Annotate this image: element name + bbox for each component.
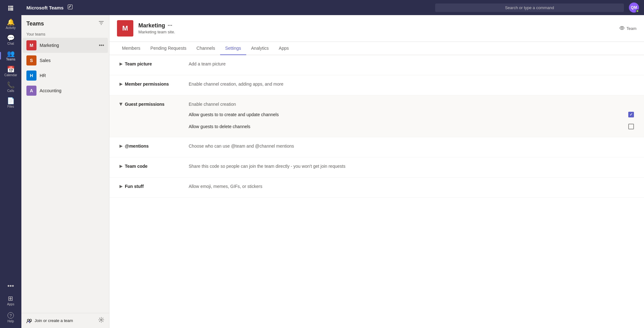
team-more-marketing[interactable]: ••• — [99, 42, 104, 48]
team-item-accounting[interactable]: A Accounting ••• — [23, 83, 108, 98]
setting-desc-team-code: Share this code so people can join the t… — [189, 164, 634, 169]
apps-icon: ⊞ — [8, 295, 13, 302]
chat-icon: 💬 — [7, 35, 15, 41]
filter-icon[interactable] — [98, 20, 104, 27]
team-ellipsis-button[interactable]: ··· — [168, 22, 172, 29]
setting-row-team-code: ▶ Team code Share this code so people ca… — [109, 157, 644, 178]
section-label: Your teams — [21, 30, 109, 38]
sidebar-item-activity[interactable]: 🔔 Activity — [0, 16, 21, 32]
files-icon: 📄 — [7, 98, 15, 104]
app-header: Microsoft Teams QM — [21, 0, 644, 15]
sidebar-item-chat[interactable]: 💬 Chat — [0, 32, 21, 48]
checkbox-label-create-update: Allow guests to to create and update cha… — [189, 112, 279, 117]
join-create-team-button[interactable]: Join or create a team — [26, 318, 73, 324]
calls-label: Calls — [7, 89, 14, 93]
tab-settings[interactable]: Settings — [220, 42, 246, 55]
compose-icon[interactable] — [67, 4, 73, 11]
setting-section-team-code: ▶ Team code — [119, 164, 189, 169]
checkbox-row-delete: Allow guests to delete channels — [189, 122, 634, 131]
team-avatar-marketing: M — [26, 40, 36, 50]
svg-rect-6 — [8, 9, 10, 11]
sidebar-item-calls[interactable]: 📞 Calls — [0, 79, 21, 95]
team-item-sales[interactable]: S Sales ••• — [23, 53, 108, 68]
setting-row-member-permissions: ▶ Member permissions Enable channel crea… — [109, 75, 644, 95]
chat-label: Chat — [7, 42, 14, 45]
tab-pending[interactable]: Pending Requests — [145, 42, 191, 55]
setting-desc-guest-permissions: Enable channel creation — [189, 102, 634, 107]
setting-label-team-code: Team code — [125, 164, 147, 169]
svg-rect-5 — [12, 8, 13, 9]
svg-point-12 — [101, 319, 102, 321]
team-avatar-sales: S — [26, 55, 36, 65]
team-avatar-accounting: A — [26, 86, 36, 96]
setting-row-fun-stuff: ▶ Fun stuff Allow emoji, memes, GIFs, or… — [109, 178, 644, 198]
calendar-label: Calendar — [4, 73, 17, 77]
team-title: Marketing ··· — [138, 22, 619, 29]
setting-label-mentions: @mentions — [125, 144, 149, 149]
sidebar-title: Teams — [26, 20, 44, 27]
team-name-accounting: Accounting — [40, 88, 96, 93]
files-label: Files — [7, 105, 14, 108]
tab-channels[interactable]: Channels — [192, 42, 220, 55]
team-item-hr[interactable]: H HR ••• — [23, 68, 108, 83]
sidebar-footer: Join or create a team — [21, 313, 109, 328]
help-icon: ? — [8, 312, 14, 319]
setting-desc-team-picture: Add a team picture — [189, 61, 634, 66]
chevron-mentions[interactable]: ▶ — [119, 144, 122, 148]
chevron-team-code[interactable]: ▶ — [119, 164, 122, 168]
svg-point-13 — [621, 27, 623, 29]
help-label: Help — [8, 320, 14, 323]
checkbox-label-delete: Allow guests to delete channels — [189, 124, 250, 129]
setting-label-team-picture: Team picture — [125, 61, 152, 66]
app-launcher-button[interactable] — [5, 3, 16, 14]
setting-label-member-permissions: Member permissions — [125, 82, 169, 87]
chevron-fun-stuff[interactable]: ▶ — [119, 184, 122, 189]
main-content: M Marketing ··· Marketing team site. Tea… — [109, 15, 644, 328]
sidebar-item-files[interactable]: 📄 Files — [0, 95, 21, 111]
team-badge[interactable]: Team — [619, 25, 636, 31]
apps-label: Apps — [7, 303, 14, 306]
chevron-guest-permissions[interactable]: ▶ — [119, 103, 123, 106]
setting-section-mentions: ▶ @mentions — [119, 144, 189, 149]
chevron-member-permissions[interactable]: ▶ — [119, 82, 122, 86]
calls-icon: 📞 — [7, 82, 15, 88]
setting-row-team-picture: ▶ Team picture Add a team picture — [109, 55, 644, 75]
team-description: Marketing team site. — [138, 30, 619, 34]
setting-section-guest-permissions: ▶ Guest permissions — [119, 102, 189, 107]
team-name-marketing: Marketing — [40, 43, 96, 48]
tab-apps[interactable]: Apps — [274, 42, 294, 55]
svg-point-10 — [27, 319, 29, 321]
checkbox-delete[interactable] — [628, 124, 634, 129]
svg-rect-3 — [8, 8, 10, 9]
svg-rect-2 — [12, 6, 13, 7]
checkbox-create-update[interactable] — [628, 112, 634, 117]
sidebar-item-calendar[interactable]: 📅 Calendar — [0, 64, 21, 79]
header-right: QM — [629, 3, 639, 13]
team-item-marketing[interactable]: M Marketing ••• — [23, 38, 108, 53]
teams-sidebar: Teams Your teams M Marketing ••• S Sales… — [21, 15, 109, 328]
svg-rect-0 — [8, 6, 10, 7]
setting-body-guest-permissions: Enable channel creation Allow guests to … — [189, 102, 634, 131]
team-avatar-hr: H — [26, 71, 36, 81]
setting-label-fun-stuff: Fun stuff — [125, 184, 144, 189]
team-header: M Marketing ··· Marketing team site. Tea… — [109, 15, 644, 42]
setting-row-mentions: ▶ @mentions Choose who can use @team and… — [109, 137, 644, 157]
sidebar-item-apps[interactable]: ⊞ Apps — [7, 293, 14, 308]
sidebar-item-more[interactable]: ••• — [7, 280, 14, 291]
sidebar-item-teams[interactable]: 👥 Teams — [0, 48, 21, 64]
chevron-team-picture[interactable]: ▶ — [119, 62, 122, 66]
team-name-hr: HR — [40, 73, 96, 78]
sidebar-item-help[interactable]: ? Help — [7, 310, 14, 325]
avatar[interactable]: QM — [629, 3, 639, 13]
calendar-icon: 📅 — [7, 66, 15, 72]
sidebar-settings-icon[interactable] — [98, 317, 104, 324]
team-badge-label: Team — [626, 26, 636, 31]
setting-desc-fun-stuff: Allow emoji, memes, GIFs, or stickers — [189, 184, 634, 189]
search-input[interactable] — [435, 3, 624, 12]
rail-bottom-section: ••• ⊞ Apps ? Help — [7, 280, 14, 325]
tab-analytics[interactable]: Analytics — [246, 42, 274, 55]
setting-desc-mentions: Choose who can use @team and @channel me… — [189, 144, 634, 149]
more-icon: ••• — [7, 283, 14, 289]
eye-icon — [619, 25, 625, 31]
tab-members[interactable]: Members — [117, 42, 145, 55]
